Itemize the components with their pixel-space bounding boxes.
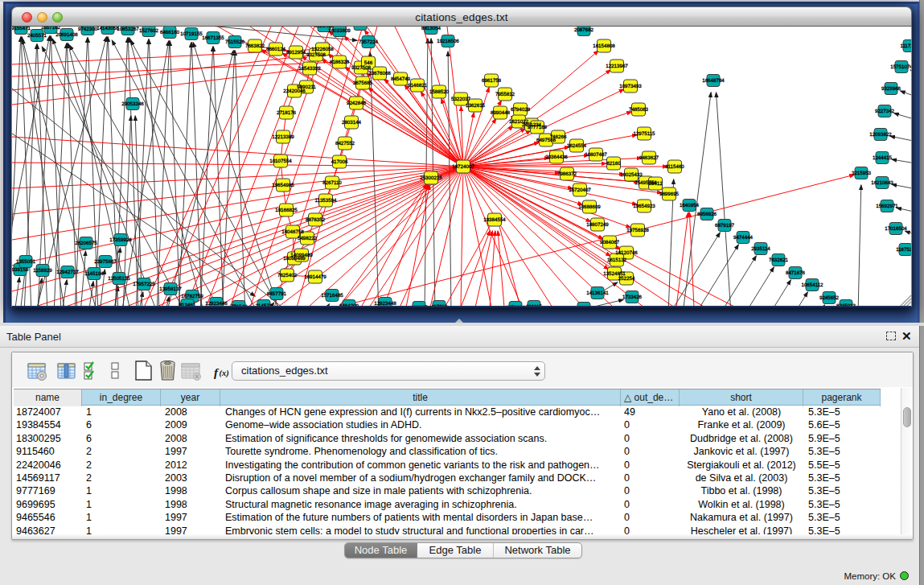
svg-text:11353594: 11353594 xyxy=(314,198,337,204)
svg-text:1640954: 1640954 xyxy=(680,203,700,208)
svg-text:62160: 62160 xyxy=(606,161,621,167)
svg-text:10688609: 10688609 xyxy=(578,204,601,210)
svg-text:9242848: 9242848 xyxy=(347,101,367,106)
svg-text:20691406: 20691406 xyxy=(55,32,78,38)
svg-text:12975115: 12975115 xyxy=(633,131,655,137)
svg-text:9777169: 9777169 xyxy=(528,125,548,130)
svg-text:6961758: 6961758 xyxy=(482,78,502,84)
svg-text:8454749: 8454749 xyxy=(391,76,411,82)
svg-text:25300215: 25300215 xyxy=(420,175,442,181)
svg-text:813461: 813461 xyxy=(179,303,196,308)
svg-text:7515526: 7515526 xyxy=(225,39,245,45)
svg-text:7986372: 7986372 xyxy=(557,171,577,177)
svg-text:9463627: 9463627 xyxy=(639,155,659,161)
svg-text:10719155: 10719155 xyxy=(180,31,203,37)
svg-text:2718176: 2718176 xyxy=(277,110,297,116)
svg-text:16154808: 16154808 xyxy=(593,43,615,49)
svg-text:10853267: 10853267 xyxy=(117,27,139,32)
svg-text:9327508: 9327508 xyxy=(351,65,372,71)
svg-text:8958926: 8958926 xyxy=(697,212,717,217)
svg-text:6794028: 6794028 xyxy=(511,107,531,113)
svg-text:9329966: 9329966 xyxy=(881,86,901,92)
svg-text:16782759: 16782759 xyxy=(181,294,203,299)
svg-text:15720407: 15720407 xyxy=(569,187,591,193)
svg-text:252254: 252254 xyxy=(618,276,635,282)
svg-text:19654923: 19654923 xyxy=(633,204,655,209)
svg-text:10654112: 10654112 xyxy=(801,282,823,288)
svg-text:19384554: 19384554 xyxy=(483,217,506,223)
svg-text:8245013: 8245013 xyxy=(836,303,856,308)
svg-text:993107: 993107 xyxy=(411,305,428,308)
svg-text:6879197: 6879197 xyxy=(715,223,735,229)
svg-text:7955812: 7955812 xyxy=(495,92,515,97)
svg-text:2087682: 2087682 xyxy=(574,27,594,33)
svg-text:26206575: 26206575 xyxy=(75,241,97,246)
svg-text:8471676: 8471676 xyxy=(786,270,806,276)
svg-text:546: 546 xyxy=(364,60,373,66)
svg-text:9899695: 9899695 xyxy=(659,192,680,197)
svg-text:20364436: 20364436 xyxy=(545,154,568,160)
svg-text:12093822: 12093822 xyxy=(869,132,892,138)
svg-text:15751074: 15751074 xyxy=(890,64,912,70)
svg-text:8813054: 8813054 xyxy=(421,27,441,31)
svg-text:17957225: 17957225 xyxy=(133,282,155,287)
svg-text:8186328: 8186328 xyxy=(330,60,350,65)
svg-text:16648784: 16648784 xyxy=(702,78,725,84)
svg-text:12213389: 12213389 xyxy=(272,134,294,140)
svg-text:23975867: 23975867 xyxy=(94,259,117,265)
svg-text:8990448: 8990448 xyxy=(491,110,511,116)
svg-text:16210643: 16210643 xyxy=(871,180,893,186)
svg-text:19166825: 19166825 xyxy=(275,208,298,213)
svg-text:9457791: 9457791 xyxy=(267,291,287,297)
svg-text:9327506: 9327506 xyxy=(306,52,326,58)
svg-text:12923448: 12923448 xyxy=(374,301,396,307)
svg-text:2803144: 2803144 xyxy=(342,120,362,126)
svg-text:17016504: 17016504 xyxy=(885,226,907,232)
svg-text:1588520: 1588520 xyxy=(429,89,450,95)
svg-text:23676068: 23676068 xyxy=(368,71,391,76)
svg-text:19654985: 19654985 xyxy=(272,183,294,188)
svg-text:746266: 746266 xyxy=(550,134,567,140)
svg-text:7632621: 7632621 xyxy=(769,257,789,263)
svg-text:16671355: 16671355 xyxy=(202,35,224,41)
svg-text:417006: 417006 xyxy=(331,159,348,165)
svg-text:10107554: 10107554 xyxy=(269,159,292,164)
svg-text:13958137: 13958137 xyxy=(159,286,182,292)
svg-text:3624554: 3624554 xyxy=(567,143,587,149)
svg-text:14099489: 14099489 xyxy=(290,253,313,258)
svg-text:8878352: 8878352 xyxy=(306,217,326,223)
svg-text:9115460: 9115460 xyxy=(665,164,684,170)
svg-text:14143058: 14143058 xyxy=(97,27,119,31)
svg-text:17359924: 17359924 xyxy=(109,237,132,243)
svg-text:16033809: 16033809 xyxy=(328,28,351,34)
svg-text:1173904: 1173904 xyxy=(506,305,525,308)
svg-text:9146821: 9146821 xyxy=(408,83,428,89)
svg-text:9155471: 9155471 xyxy=(12,27,31,31)
svg-text:7663822: 7663822 xyxy=(245,43,265,49)
svg-text:1145194: 1145194 xyxy=(84,271,104,277)
svg-text:6466160: 6466160 xyxy=(160,30,180,35)
svg-text:1733426: 1733426 xyxy=(622,295,643,300)
svg-text:7357224: 7357224 xyxy=(359,39,379,45)
svg-text:18724007: 18724007 xyxy=(452,164,474,170)
svg-text:16543392: 16543392 xyxy=(298,66,321,72)
svg-text:1362615: 1362615 xyxy=(466,103,486,109)
svg-text:9742300: 9742300 xyxy=(78,27,98,32)
svg-text:939159: 939159 xyxy=(12,267,29,273)
svg-text:5322037: 5322037 xyxy=(451,97,471,102)
svg-text:1117233: 1117233 xyxy=(900,43,912,49)
svg-text:2405571: 2405571 xyxy=(27,33,47,39)
svg-text:19756928: 19756928 xyxy=(626,228,649,233)
svg-text:881237: 881237 xyxy=(576,306,593,308)
svg-text:9245652: 9245652 xyxy=(819,295,840,301)
svg-text:214573: 214573 xyxy=(256,303,273,308)
svg-text:1167533: 1167533 xyxy=(896,247,912,253)
svg-text:10025433: 10025433 xyxy=(620,172,643,178)
svg-text:16914479: 16914479 xyxy=(304,274,326,280)
svg-text:7485063: 7485063 xyxy=(629,107,649,113)
svg-text:9084067: 9084067 xyxy=(600,240,620,245)
svg-text:10807487: 10807487 xyxy=(585,152,607,158)
svg-text:5498222: 5498222 xyxy=(298,236,318,241)
svg-text:12923446: 12923446 xyxy=(205,301,228,307)
svg-text:29053346: 29053346 xyxy=(121,101,144,107)
